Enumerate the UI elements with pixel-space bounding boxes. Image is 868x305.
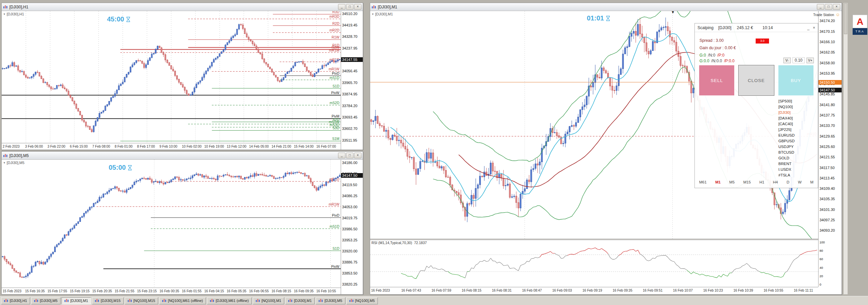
taskbar-tab[interactable]: [NQ100],M5 (346, 297, 378, 304)
symbol-list: [SP500][NQ100][DJI30][DAX40][CAC40][JP22… (778, 99, 795, 178)
symbol-item[interactable]: GOLD (778, 155, 795, 161)
rsi-label: RSI (M1,14,Typical,70,30) 72.1837 (371, 241, 427, 245)
taskbar-tab[interactable]: [DJI30],M61 (offline) (207, 297, 252, 304)
symbol-item[interactable]: #TSLA (778, 172, 795, 178)
volume-decrease-button[interactable]: V- (783, 58, 791, 63)
candle-countdown-timer: 45:00 (107, 16, 130, 23)
smiley-icon[interactable]: ☺ (836, 12, 840, 17)
taskbar-tab[interactable]: [NQ100],M1 (253, 297, 284, 304)
taskbar-tab[interactable]: [DJI30],M15 (92, 297, 123, 304)
symbol-item[interactable]: [NQ100] (778, 104, 795, 110)
trade-counts-row: G:0/N:0/P:0 (700, 53, 724, 58)
chart-tab-icon (65, 299, 68, 302)
price-chart-h1[interactable]: R3DmR3DR2DmR2DR1WR1DR2WmR1MmR1DmR1WPivDm… (2, 11, 341, 143)
minimize-button[interactable]: _ (338, 152, 345, 158)
taskbar-tab[interactable]: [DJI30],M5 (31, 297, 61, 304)
restore-button[interactable]: □ (825, 4, 832, 10)
price-tick: 34153.95 (819, 71, 835, 75)
time-label: 2 Feb 2023 (3, 145, 20, 148)
rsi-scale-tick: 20 (819, 274, 823, 278)
chart-tab-icon (288, 299, 292, 302)
restore-button[interactable]: □ (346, 4, 353, 10)
symbol-item[interactable]: USDJPY (778, 144, 795, 150)
symbol-item[interactable]: [DJI30] (778, 110, 795, 115)
scrollbar-thumb[interactable] (844, 3, 847, 34)
taskbar-tab[interactable]: [DJI30],M1 (285, 297, 315, 304)
taskbar-tab-label: [DJI30],M1 (70, 299, 88, 303)
price-tick: 33874.95 (342, 92, 358, 96)
taskbar-tab[interactable]: [NQ100],M15 (125, 297, 158, 304)
trade-panel-header[interactable]: Scalping [DJI30] 245.12 € 10:14 _ × (695, 23, 818, 32)
hourglass-icon (126, 17, 130, 22)
timeframe-button[interactable]: W (798, 180, 802, 184)
pane-splitter[interactable] (370, 239, 842, 240)
oneclick-trading-arrow-icon[interactable]: ▼ (3, 161, 6, 164)
panel-close-button[interactable]: × (813, 25, 815, 30)
close-button[interactable]: × (354, 4, 362, 10)
timeframe-button[interactable]: M1 (715, 180, 720, 184)
rsi-indicator-pane[interactable]: RSI (M1,14,Typical,70,30) 72.1837 (370, 240, 818, 287)
vertical-scrollbar[interactable] (843, 3, 848, 295)
window-title: [DJI30],H1 (9, 5, 28, 9)
symbol-item[interactable]: [DAX40] (778, 115, 795, 121)
price-axis[interactable]: 34174.2034170.1534166.1034162.0534158.00… (818, 11, 842, 287)
close-button[interactable]: × (354, 152, 362, 158)
window-titlebar[interactable]: [DJI30],M1 _ □ × (370, 3, 842, 11)
buy-button[interactable]: BUY (778, 65, 814, 96)
timeframe-button[interactable]: M15 (743, 180, 751, 184)
chart-icon (3, 154, 8, 158)
taskbar-tab[interactable]: [DJI30],H1 (1, 297, 30, 304)
time-axis: 2 Feb 20233 Feb 06:003 Feb 22:006 Feb 15… (2, 143, 341, 150)
price-tick: 33784.20 (342, 104, 358, 108)
timeframe-button[interactable]: H4 (773, 180, 778, 184)
time-label: 14 Feb 21:00 (272, 145, 291, 148)
taskbar-tab[interactable]: [DJI30],M5 (316, 297, 345, 304)
symbol-item[interactable]: EURUSD (778, 133, 795, 138)
price-tick: 34053.00 (342, 205, 358, 209)
window-titlebar[interactable]: [DJI30],M5 _ □ × (2, 152, 363, 160)
trade-amounts-row: G:0.0/N:0.0/P:0.0 (700, 59, 735, 63)
sell-button[interactable]: SELL (699, 65, 735, 96)
panel-minimize-button[interactable]: _ (807, 25, 809, 30)
chart-corner-label: ▼ [DJI30],M1 (371, 12, 393, 16)
broker-logo: A TRA (852, 15, 867, 35)
timeframe-button[interactable]: M (810, 180, 813, 184)
oneclick-trading-arrow-icon[interactable]: ▼ (371, 13, 374, 16)
volume-increase-button[interactable]: V+ (806, 58, 814, 63)
window-title: [DJI30],M1 (378, 5, 397, 9)
chart-symbol-label: [DJI30],M1 (375, 12, 393, 16)
minimize-button[interactable]: _ (817, 4, 824, 10)
symbol-item[interactable]: [SP500] (778, 99, 795, 104)
close-button[interactable]: × (833, 4, 840, 10)
taskbar-tab[interactable]: [NQ100],M61 (offline) (159, 297, 206, 304)
time-label: 16 Feb 10:23 (703, 288, 723, 292)
time-label: 16 Feb 07:43 (401, 288, 421, 292)
symbol-item[interactable]: [CAC40] (778, 121, 795, 127)
symbol-item[interactable]: GBPUSD (778, 138, 795, 144)
symbol-item[interactable]: [JP225] (778, 127, 795, 133)
time-axis: 16 Feb 202316 Feb 07:4316 Feb 07:5916 Fe… (370, 287, 818, 294)
neutral-count: /N:0 (708, 53, 715, 58)
restore-button[interactable]: □ (346, 152, 353, 158)
svg-text:mR1W: mR1W (329, 202, 339, 206)
price-chart-m5[interactable]: mR1DmR1WPivDmS1DS1DPivW (2, 160, 341, 287)
timeframe-selector: M61M1M5M15H1H4DWM (699, 180, 813, 184)
minimize-button[interactable]: _ (338, 4, 345, 10)
timeframe-button[interactable]: H1 (760, 180, 764, 184)
symbol-item[interactable]: BTCUSD (778, 150, 795, 155)
symbol-item[interactable]: BRENT (778, 161, 795, 167)
timeframe-button[interactable]: M5 (729, 180, 735, 184)
taskbar-tab-label: [NQ100],M15 (133, 299, 155, 303)
timeframe-button[interactable]: D (786, 180, 789, 184)
price-axis[interactable]: 34186.0034152.7534119.5034086.2534053.00… (341, 160, 363, 294)
timeframe-button[interactable]: M61 (699, 180, 707, 184)
window-titlebar[interactable]: [DJI30],H1 _ □ × (2, 3, 363, 11)
oneclick-trading-arrow-icon[interactable]: ▼ (3, 13, 6, 16)
taskbar-tab[interactable]: [DJI30],M1 (62, 297, 91, 304)
neutral-amount: /N:0.0 (711, 59, 722, 63)
close-position-button[interactable]: CLOSE (738, 65, 774, 96)
price-axis[interactable]: 34510.2034419.4534328.7034237.9534147.20… (341, 11, 363, 150)
chart-icon (3, 5, 8, 9)
symbol-item[interactable]: I.USDX (778, 167, 795, 172)
volume-value[interactable]: 0.10 (793, 57, 805, 63)
